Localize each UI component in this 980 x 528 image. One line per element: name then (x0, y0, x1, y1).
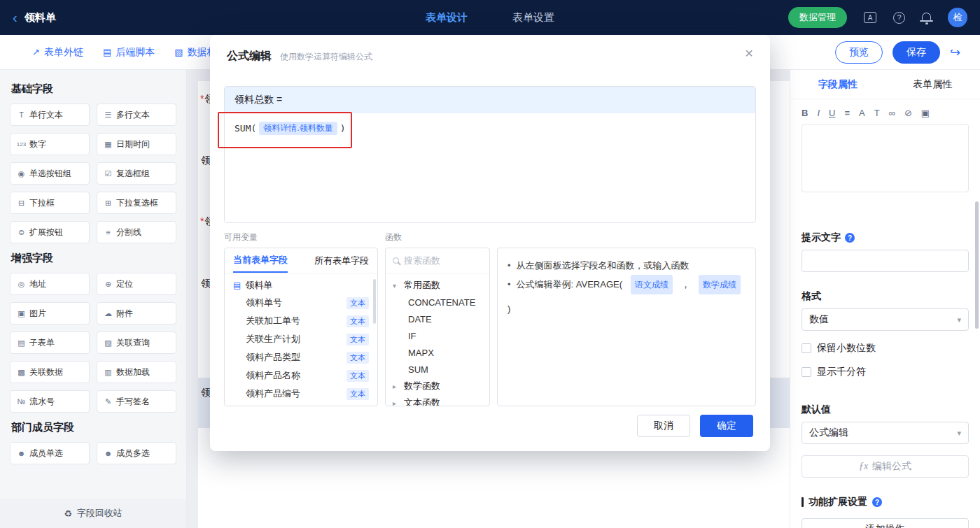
unlink-icon[interactable]: ⊘ (904, 108, 912, 118)
tab-field-properties[interactable]: 字段属性 (790, 70, 886, 99)
tab-form-properties[interactable]: 表单属性 (886, 70, 980, 99)
function-item[interactable]: CONCATENATE (393, 294, 482, 311)
close-icon[interactable]: × (745, 46, 753, 60)
formula-expression[interactable]: SUM( 领料详情.领料数量 ) (225, 113, 755, 143)
group-text-functions[interactable]: ▸文本函数 (393, 394, 482, 406)
field-type-member-multi[interactable]: ☻成员多选 (97, 442, 176, 464)
function-search[interactable] (386, 248, 489, 273)
field-chip[interactable]: 领料详情.领料数量 (259, 122, 337, 135)
font-size-icon[interactable]: T (874, 108, 880, 118)
canvas-field-label[interactable]: 领 (200, 155, 211, 167)
field-label-editor[interactable] (802, 124, 969, 192)
field-type-related-query[interactable]: ▨关联查询 (97, 331, 176, 354)
formula-editor[interactable]: 领料总数 = SUM( 领料详情.领料数量 ) (224, 86, 756, 223)
field-type-label: 定位 (116, 278, 133, 290)
field-type-member-single[interactable]: ☻成员单选 (10, 442, 90, 464)
bold-icon[interactable]: B (802, 108, 808, 118)
number-icon: 123 (16, 141, 27, 148)
insert-image-icon[interactable]: ▣ (921, 108, 930, 118)
tab-current-form-fields[interactable]: 当前表单字段 (233, 248, 288, 273)
tab-all-form-fields[interactable]: 所有表单字段 (314, 248, 369, 273)
align-icon[interactable]: ≡ (844, 108, 850, 118)
checkbox-thousand[interactable]: 显示千分符 (802, 366, 969, 378)
font-color-icon[interactable]: A (859, 108, 865, 118)
link-backend-script[interactable]: ▤ 后端脚本 (103, 46, 155, 59)
canvas-field-label[interactable]: 领 (200, 278, 211, 290)
field-type-image[interactable]: ▣图片 (10, 302, 90, 324)
field-type-address[interactable]: ◎地址 (10, 273, 90, 295)
field-type-label: 扩展按钮 (29, 227, 63, 238)
confirm-button[interactable]: 确定 (700, 415, 753, 437)
help-tip: 从左侧面板选择字段名和函数，或输入函数 (517, 257, 690, 275)
field-type-single-text[interactable]: T单行文本 (10, 104, 90, 126)
field-type-datetime[interactable]: ▦日期时间 (97, 133, 176, 155)
variable-item[interactable]: 领料产品类型文本 (225, 348, 377, 366)
modal-title: 公式编辑 (227, 49, 272, 64)
page-scrollbar[interactable] (975, 201, 979, 329)
save-button[interactable]: 保存 (892, 41, 940, 64)
avatar[interactable]: 检 (948, 8, 967, 27)
field-type-extend-button[interactable]: ⊜扩展按钮 (10, 221, 90, 243)
variable-item[interactable]: 关联生产计划文本 (225, 330, 377, 348)
field-type-serial-number[interactable]: №流水号 (10, 390, 90, 413)
function-item[interactable]: MAPX (393, 344, 482, 361)
divider-icon: ≡ (103, 228, 113, 236)
back-icon[interactable]: ‹ (13, 10, 18, 24)
field-type-divider[interactable]: ≡分割线 (97, 221, 176, 243)
search-input[interactable] (404, 255, 482, 266)
chevron-down-icon: ▾ (957, 429, 961, 438)
field-type-related-data[interactable]: ▩关联数据 (10, 361, 90, 383)
format-select[interactable]: 数值 ▾ (802, 308, 969, 331)
language-icon[interactable]: A (864, 12, 876, 23)
field-type-location[interactable]: ⊕定位 (97, 273, 176, 295)
field-type-dropdown-multi[interactable]: ⊞下拉复选框 (97, 192, 176, 214)
variables-root[interactable]: ▤ 领料单 (225, 273, 377, 294)
field-type-radio-group[interactable]: ◉单选按钮组 (10, 162, 90, 185)
data-manage-button[interactable]: 数据管理 (788, 7, 847, 28)
tab-form-design[interactable]: 表单设计 (426, 11, 468, 24)
help-icon[interactable]: ? (893, 12, 905, 24)
field-recycle-bin[interactable]: ♻ 字段回收站 (0, 499, 186, 528)
extension-help-icon[interactable]: ? (872, 497, 882, 507)
format-label: 格式 (802, 290, 969, 303)
preview-button[interactable]: 预览 (835, 41, 883, 64)
function-item[interactable]: SUM (393, 361, 482, 378)
variable-item[interactable]: 领料单号文本 (225, 294, 377, 312)
link-icon[interactable]: ∞ (889, 108, 895, 118)
variable-item[interactable]: 关联加工单号文本 (225, 312, 377, 330)
function-item[interactable]: IF (393, 327, 482, 344)
group-common-functions[interactable]: ▾常用函数 (393, 277, 482, 294)
formula-edit-modal: 公式编辑 使用数学运算符编辑公式 × 领料总数 = SUM( 领料详情.领料数量… (210, 35, 770, 451)
field-type-subform[interactable]: ▤子表单 (10, 331, 90, 354)
add-action-button[interactable]: 添加操作 (802, 518, 969, 528)
share-icon[interactable]: ↪ (950, 45, 960, 60)
function-item[interactable]: DATE (393, 311, 482, 327)
default-value-select[interactable]: 公式编辑 ▾ (802, 422, 969, 444)
field-type-data-load[interactable]: ▥数据加载 (97, 361, 176, 383)
variable-item[interactable]: 领料产品名称文本 (225, 366, 377, 385)
underline-icon[interactable]: U (829, 108, 835, 118)
italic-icon[interactable]: I (817, 108, 820, 118)
field-type-number[interactable]: 123数字 (10, 133, 90, 155)
field-type-checkbox-group[interactable]: ☑复选框组 (97, 162, 176, 185)
modal-subtitle: 使用数学运算符编辑公式 (280, 51, 372, 63)
field-type-dropdown[interactable]: ⊟下拉框 (10, 192, 90, 214)
link-form-external[interactable]: ↗ 表单外链 (32, 46, 83, 59)
field-type-signature[interactable]: ✎手写签名 (97, 390, 176, 413)
field-type-multi-text[interactable]: ☰多行文本 (97, 104, 176, 126)
hint-help-icon[interactable]: ? (845, 233, 855, 243)
hint-text-input[interactable] (802, 250, 969, 272)
link-label: 后端脚本 (115, 46, 155, 59)
bell-icon[interactable] (922, 13, 931, 20)
tab-form-settings[interactable]: 表单设置 (512, 11, 554, 24)
cancel-button[interactable]: 取消 (637, 415, 690, 437)
group-math-functions[interactable]: ▸数学函数 (393, 378, 482, 394)
field-type-attachment[interactable]: ☁附件 (97, 302, 176, 324)
variable-item[interactable]: 领料产品编号文本 (225, 385, 377, 403)
edit-formula-button[interactable]: ƒx 编辑公式 (802, 455, 969, 478)
type-tag: 文本 (346, 315, 369, 327)
permission-icon: ▧ (174, 47, 183, 57)
variables-scrollbar[interactable] (373, 279, 376, 324)
variable-name: 领料产品类型 (246, 351, 300, 364)
checkbox-decimal[interactable]: 保留小数位数 (802, 342, 969, 355)
